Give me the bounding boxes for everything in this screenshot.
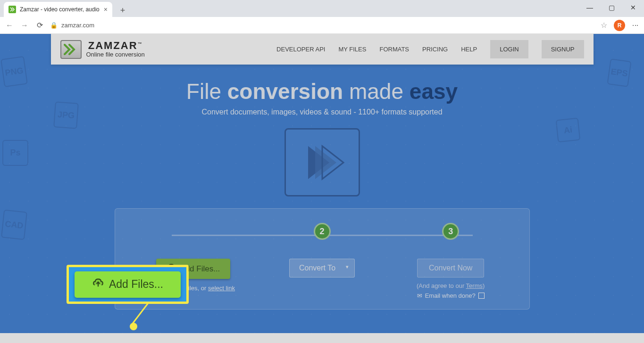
- nav-my-files[interactable]: MY FILES: [338, 46, 366, 53]
- maximize-button[interactable]: ▢: [601, 0, 622, 15]
- callout-highlight: Add Files...: [67, 265, 189, 304]
- minimize-button[interactable]: —: [579, 0, 601, 15]
- tab-bar: Zamzar - video converter, audio × +: [0, 0, 644, 17]
- favicon-icon: [8, 6, 16, 13]
- new-tab-button[interactable]: +: [116, 4, 129, 17]
- doodle-ai-icon: Ai: [556, 118, 581, 143]
- upload-icon: [92, 278, 104, 291]
- address-bar-row: ← → ⟳ 🔒 zamzar.com ☆ R ⋮: [0, 17, 644, 34]
- brand-tagline: Online file conversion: [86, 51, 145, 58]
- forward-button[interactable]: →: [20, 21, 29, 30]
- bookmark-icon[interactable]: ☆: [601, 21, 607, 30]
- email-label: Email when done?: [425, 292, 476, 299]
- address-bar[interactable]: 🔒 zamzar.com: [50, 22, 595, 29]
- back-button[interactable]: ←: [5, 21, 14, 30]
- reload-button[interactable]: ⟳: [35, 21, 44, 30]
- hero-title: File conversion made easy: [0, 79, 644, 104]
- close-window-button[interactable]: ✕: [622, 0, 644, 15]
- page-viewport: ZAMZAR™ Online file conversion DEVELOPER…: [0, 34, 644, 343]
- tab-title: Zamzar - video converter, audio: [20, 6, 100, 13]
- nav-formats[interactable]: FORMATS: [379, 46, 409, 53]
- menu-icon[interactable]: ⋮: [632, 22, 639, 29]
- doodle-cad-icon: CAD: [1, 210, 27, 240]
- terms-hint: (And agree to our Terms): [386, 282, 515, 289]
- window-controls: — ▢ ✕: [579, 0, 644, 15]
- doodle-eps-icon: EPS: [607, 58, 631, 87]
- login-button[interactable]: LOGIN: [490, 40, 528, 58]
- mail-icon: ✉: [417, 292, 422, 299]
- convert-now-button[interactable]: Convert Now: [417, 259, 484, 278]
- nav-help[interactable]: HELP: [461, 46, 477, 53]
- brand-name: ZAMZAR™: [86, 41, 145, 51]
- callout-add-files-button[interactable]: Add Files...: [75, 271, 181, 298]
- hero-play-icon: [284, 128, 360, 196]
- nav-pricing[interactable]: PRICING: [422, 46, 448, 53]
- hero-subtitle: Convert documents, images, videos & soun…: [0, 108, 644, 116]
- logo-icon: [60, 40, 82, 59]
- step-3-badge: 3: [442, 223, 459, 240]
- doodle-png-icon: PNG: [0, 56, 28, 87]
- terms-link[interactable]: Terms: [466, 282, 483, 289]
- signup-button[interactable]: SIGNUP: [542, 40, 584, 58]
- callout-label: Add Files...: [109, 278, 163, 291]
- callout-dot: [130, 323, 137, 330]
- profile-avatar[interactable]: R: [614, 20, 625, 31]
- browser-chrome: Zamzar - video converter, audio × + — ▢ …: [0, 0, 644, 34]
- email-when-done-row: ✉ Email when done?: [417, 292, 485, 299]
- site-header: ZAMZAR™ Online file conversion DEVELOPER…: [51, 34, 594, 65]
- close-icon[interactable]: ×: [104, 6, 108, 13]
- email-checkbox[interactable]: [478, 293, 485, 299]
- nav-links: DEVELOPER API MY FILES FORMATS PRICING H…: [276, 40, 584, 58]
- step-2-badge: 2: [314, 223, 331, 240]
- doodle-jpg-icon: JPG: [53, 101, 79, 129]
- doodle-ps-icon: Ps: [2, 140, 28, 166]
- select-link[interactable]: select link: [208, 285, 235, 292]
- convert-to-select[interactable]: Convert To: [289, 259, 355, 278]
- nav-developer-api[interactable]: DEVELOPER API: [276, 46, 325, 53]
- logo[interactable]: ZAMZAR™ Online file conversion: [60, 40, 145, 59]
- url-text: zamzar.com: [61, 22, 94, 29]
- lock-icon: 🔒: [50, 22, 58, 29]
- browser-tab[interactable]: Zamzar - video converter, audio ×: [4, 2, 112, 17]
